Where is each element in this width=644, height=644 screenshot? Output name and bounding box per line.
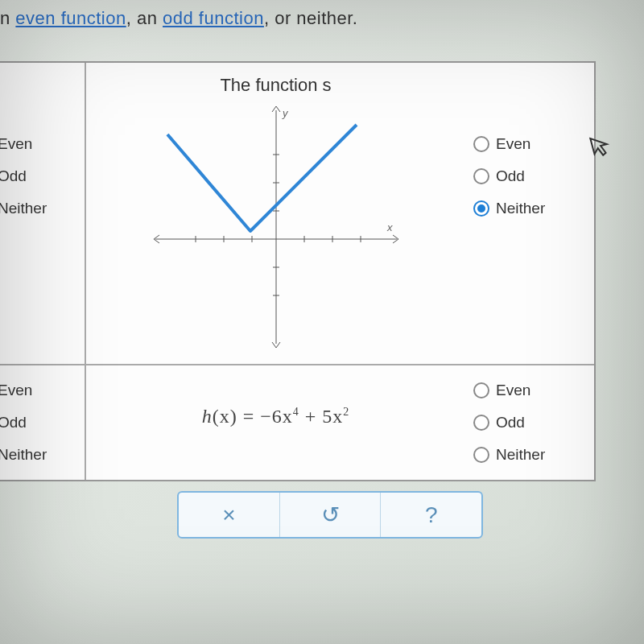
formula-exp1: 4 — [293, 406, 299, 418]
formula-h: h — [202, 406, 213, 427]
undo-icon: ↺ — [321, 502, 340, 528]
undo-button[interactable]: ↺ — [280, 493, 382, 537]
help-button[interactable]: ? — [381, 493, 481, 537]
radio-icon — [473, 415, 489, 431]
radio-icon — [473, 168, 489, 184]
radio-icon — [473, 382, 489, 398]
radio-icon — [473, 200, 489, 217]
row2-right-options: Even Odd Neither — [465, 365, 594, 480]
prompt-suffix: , or neither. — [264, 8, 358, 28]
option-label: Neither — [496, 446, 545, 464]
function-graph: x y — [147, 102, 405, 352]
row1-right-odd[interactable]: Odd — [473, 167, 586, 185]
close-icon: × — [222, 502, 235, 528]
option-label: Neither — [0, 200, 47, 217]
option-label: Neither — [496, 200, 545, 217]
row2-left-neither[interactable]: Neither — [0, 446, 78, 464]
radio-icon — [473, 136, 489, 152]
row2-left-odd[interactable]: Odd — [0, 414, 78, 431]
option-label: Even — [0, 135, 32, 153]
link-even-function[interactable]: even function — [15, 8, 126, 28]
row2-right-neither[interactable]: Neither — [473, 446, 586, 464]
option-label: Odd — [0, 167, 27, 185]
question-prompt: n even function, an odd function, or nei… — [0, 0, 644, 61]
svg-text:x: x — [386, 221, 393, 233]
option-label: Neither — [0, 446, 47, 464]
row2-left-even[interactable]: Even — [0, 382, 78, 399]
prompt-mid: , an — [126, 8, 163, 28]
formula-plus: + 5x — [299, 406, 344, 427]
row-2: Even Odd Neither h(x) = −6x4 + 5x2 Even … — [0, 365, 594, 480]
formula-exp2: 2 — [343, 406, 349, 418]
row2-right-even[interactable]: Even — [473, 382, 586, 399]
row2-formula-cell: h(x) = −6x4 + 5x2 — [86, 365, 465, 480]
option-label: Odd — [496, 414, 525, 431]
option-label: Odd — [0, 414, 27, 431]
option-label: Even — [496, 382, 530, 399]
row2-left-options: Even Odd Neither — [0, 365, 86, 480]
link-odd-function[interactable]: odd function — [163, 8, 264, 28]
row1-left-odd[interactable]: Odd — [0, 167, 78, 185]
row1-left-neither[interactable]: Neither — [0, 200, 78, 217]
toolbar: × ↺ ? — [177, 491, 483, 539]
row1-left-even[interactable]: Even — [0, 135, 78, 153]
option-label: Even — [496, 135, 530, 153]
help-icon: ? — [425, 502, 438, 528]
option-label: Even — [0, 382, 32, 399]
answer-grid: Even Odd Neither The function s — [0, 61, 596, 481]
row1-right-options: Even Odd Neither — [465, 63, 594, 364]
close-button[interactable]: × — [179, 493, 280, 537]
row-1: Even Odd Neither The function s — [0, 63, 594, 365]
formula-x: (x) = −6x — [213, 406, 293, 427]
row1-left-options: Even Odd Neither — [0, 63, 86, 364]
row1-graph-cell: The function s — [86, 63, 465, 364]
function-title: The function s — [220, 75, 331, 96]
svg-text:y: y — [282, 107, 289, 119]
row1-right-even[interactable]: Even — [473, 135, 586, 153]
function-formula: h(x) = −6x4 + 5x2 — [202, 378, 350, 456]
prompt-prefix: n — [0, 8, 15, 28]
row2-right-odd[interactable]: Odd — [473, 414, 586, 431]
row1-right-neither[interactable]: Neither — [473, 200, 586, 217]
radio-icon — [473, 447, 489, 463]
option-label: Odd — [496, 167, 525, 185]
